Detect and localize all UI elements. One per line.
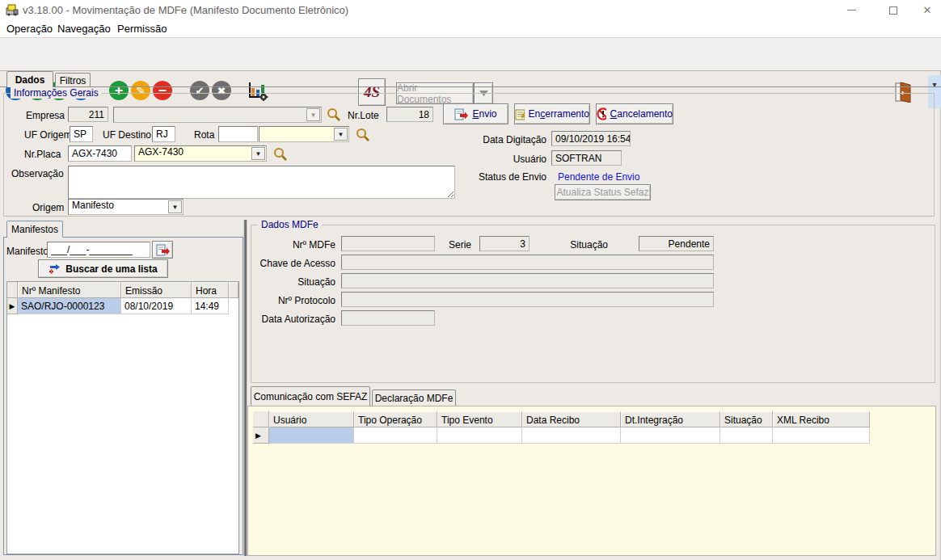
manifestos-grid-row[interactable]: ▶ SAO/RJO-0000123 08/10/2019 14:49 (7, 298, 238, 314)
app-icon (6, 3, 19, 16)
manifesto-label: Manifesto (6, 246, 49, 257)
chave-acesso-field (341, 255, 714, 270)
col-emissao[interactable]: Emissão (121, 282, 192, 298)
cell-dt-integracao[interactable] (621, 427, 720, 444)
manifestos-grid-header: Nrº Manifesto Emissão Hora (7, 282, 238, 298)
comunicacao-grid-row[interactable]: ▶ (253, 427, 870, 444)
empresa-search-icon[interactable] (327, 107, 340, 121)
col-xml-recibo[interactable]: XML Recibo (773, 411, 870, 427)
rota-combo-value (260, 125, 266, 138)
uf-origem-input[interactable] (70, 127, 92, 141)
atualiza-status-sefaz-button[interactable]: Atualiza Status Sefaz (555, 184, 651, 200)
cell-hora[interactable]: 14:49 (192, 298, 229, 314)
uf-destino-label: UF Destino (103, 129, 151, 141)
tab-declaracao-mdfe[interactable]: Declaração MDFe (372, 389, 456, 406)
cell-situacao[interactable] (720, 427, 773, 444)
tab-manifestos[interactable]: Manifestos (6, 221, 63, 238)
col-situacao[interactable]: Situação (720, 411, 773, 427)
comunicacao-grid-header: Usuário Tipo Operação Tipo Evento Data R… (253, 411, 870, 427)
menu-bar: Operação Navegação Permissão (0, 20, 941, 37)
data-autorizacao-label: Data Autorização (226, 314, 335, 325)
rota-search-icon[interactable] (356, 128, 369, 141)
col-tipo-operacao[interactable]: Tipo Operação (354, 411, 437, 427)
col-usuario[interactable]: Usuário (269, 411, 354, 427)
usuario-field: SOFTRAN (551, 150, 622, 166)
situacao2-field (341, 273, 714, 288)
empresa-combo-arrow-icon[interactable]: ▼ (306, 108, 320, 121)
comunicacao-grid-area: Usuário Tipo Operação Tipo Evento Data R… (247, 406, 936, 556)
col-dt-integracao[interactable]: Dt.Integração (621, 411, 720, 427)
encerramento-label: Encerramento (529, 108, 589, 120)
cell-emissao[interactable]: 08/10/2019 (121, 298, 192, 314)
tab-comunicacao-sefaz-label: Comunicação com SEFAZ (254, 391, 368, 402)
empresa-field: 211 (68, 107, 108, 122)
col-nr-manifesto[interactable]: Nrº Manifesto (18, 282, 121, 298)
nr-mdfe-label: Nrº MDFe (226, 239, 335, 251)
manifesto-go-doc-icon (156, 244, 170, 256)
origem-combo-value: Manifesto (69, 198, 117, 211)
tab-divider (0, 86, 941, 87)
situacao-mdfe-field: Pendente (639, 236, 714, 251)
app-window: v3.18.00 - Movimentação de MDFe (Manifes… (0, 0, 941, 560)
rota-input[interactable] (219, 127, 257, 141)
placa-search-icon[interactable] (273, 147, 287, 161)
tab-declaracao-mdfe-label: Declaração MDFe (375, 393, 454, 404)
manifesto-go-button[interactable] (152, 241, 173, 259)
encerramento-button[interactable]: Encerramento (514, 103, 590, 124)
menu-permissao[interactable]: Permissão (117, 23, 167, 35)
origem-combo[interactable]: Manifesto ▼ (68, 199, 184, 215)
col-data-recibo[interactable]: Data Recibo (522, 411, 621, 427)
cell-xml-recibo[interactable] (773, 427, 870, 444)
envio-label: Envio (472, 108, 496, 120)
minimize-button[interactable] (838, 0, 865, 20)
data-autorizacao-field (341, 310, 435, 326)
cancelamento-button[interactable]: Cancelamento (596, 103, 673, 124)
tab-filtros[interactable]: Filtros (55, 73, 91, 87)
status-envio-label: Status de Envio (449, 171, 546, 183)
cell-nr-manifesto[interactable]: SAO/RJO-0000123 (18, 298, 121, 314)
situacao2-label: Situação (226, 276, 335, 288)
menu-navegacao[interactable]: Navegação (57, 23, 111, 35)
tab-filtros-label: Filtros (60, 75, 87, 86)
cell-tipo-evento[interactable] (437, 427, 522, 444)
nr-placa-combo-arrow-icon[interactable]: ▼ (251, 147, 265, 160)
maximize-button[interactable] (880, 0, 907, 20)
nr-lote-label: Nr.Lote (348, 110, 379, 121)
observacao-field[interactable] (68, 166, 455, 199)
envio-doc-icon (454, 108, 468, 120)
rota-combo-arrow-icon[interactable]: ▼ (334, 128, 348, 141)
col-hora[interactable]: Hora (192, 282, 229, 298)
serie-label: Serie (420, 239, 471, 251)
cell-data-recibo[interactable] (522, 427, 621, 444)
envio-button[interactable]: Envio (443, 103, 508, 124)
manifesto-mask-field[interactable] (47, 242, 150, 258)
nr-placa-input[interactable] (69, 146, 131, 161)
rota-field[interactable] (218, 126, 258, 142)
close-icon: ✕ (923, 4, 932, 16)
col-tipo-evento[interactable]: Tipo Evento (437, 411, 522, 427)
protocolo-label: Nrº Protocolo (226, 295, 335, 306)
cell-usuario[interactable] (269, 427, 354, 444)
uf-destino-input[interactable] (153, 127, 175, 141)
buscar-lista-label: Buscar de uma lista (65, 263, 157, 275)
buscar-lista-button[interactable]: Buscar de uma lista (38, 259, 168, 278)
dados-mdfe-title: Dados MDFe (258, 219, 322, 230)
menu-operacao[interactable]: Operação (6, 23, 53, 35)
cell-tipo-operacao[interactable] (354, 427, 437, 444)
close-button[interactable]: ✕ (914, 0, 941, 20)
toolbar: + ✎ − ✔ ✖ 4S Abrir Documentos ▾ (0, 37, 941, 71)
nr-placa-combo[interactable]: AGX-7430 ▼ (134, 145, 267, 162)
observacao-label: Observação (11, 168, 64, 179)
protocolo-field (341, 292, 714, 307)
origem-combo-arrow-icon[interactable]: ▼ (168, 200, 182, 213)
rota-combo[interactable]: ▼ (259, 126, 349, 142)
uf-origem-field[interactable] (70, 126, 93, 142)
empresa-combo[interactable]: ▼ (113, 107, 322, 123)
observacao-input[interactable] (69, 166, 454, 198)
tab-comunicacao-sefaz[interactable]: Comunicação com SEFAZ (251, 386, 370, 406)
manifestos-grid: Nrº Manifesto Emissão Hora ▶ SAO/RJO-000… (6, 281, 239, 554)
nr-placa-field[interactable] (68, 145, 132, 162)
manifesto-mask-input[interactable] (48, 242, 150, 257)
tab-dados[interactable]: Dados (6, 71, 53, 87)
uf-destino-field[interactable] (152, 126, 175, 142)
